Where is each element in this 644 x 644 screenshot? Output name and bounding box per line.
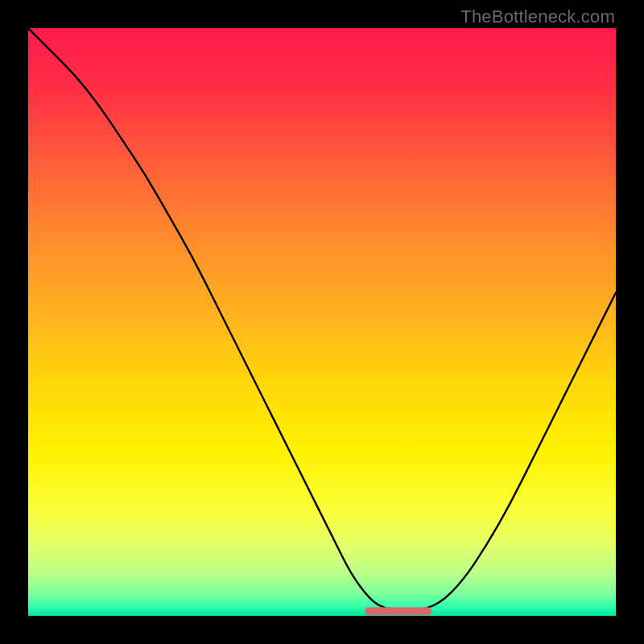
chart-frame: TheBottleneck.com xyxy=(0,0,644,644)
bottleneck-curve xyxy=(28,28,616,611)
plot-area xyxy=(28,28,616,616)
chart-lines xyxy=(28,28,616,616)
watermark-text: TheBottleneck.com xyxy=(460,6,615,27)
